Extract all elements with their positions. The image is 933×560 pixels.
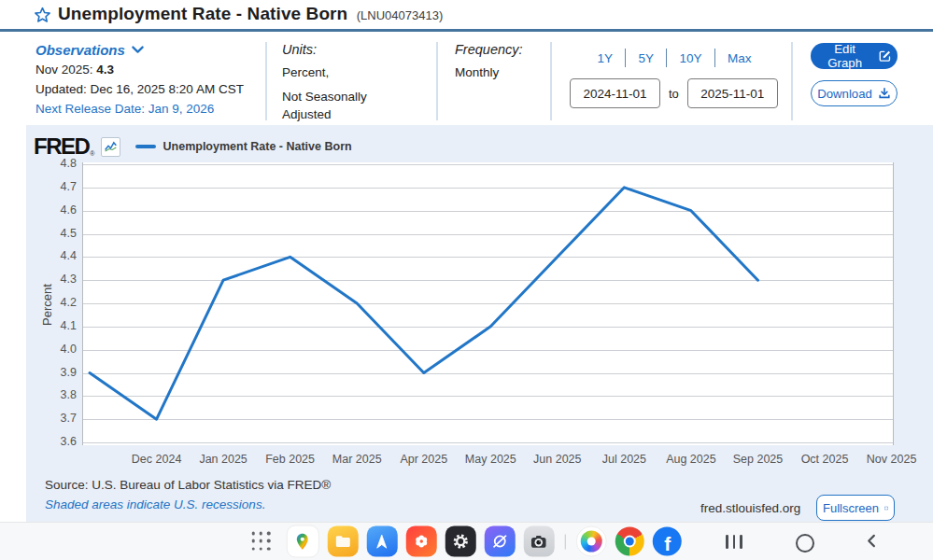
- google-maps-icon[interactable]: [286, 525, 318, 558]
- meta-bar: Observations Nov 2025: 4.3 Updated: Dec …: [0, 32, 933, 125]
- source-text: Source: U.S. Bureau of Labor Statistics …: [45, 478, 331, 492]
- fullscreen-icon: [884, 502, 888, 514]
- files-icon[interactable]: [327, 526, 358, 557]
- range-selector: 1Y 5Y 10Y Max: [575, 49, 773, 67]
- settings-icon[interactable]: [445, 526, 475, 557]
- edit-graph-button[interactable]: Edit Graph: [811, 43, 898, 69]
- chevron-down-icon: [132, 46, 144, 54]
- fullscreen-label: Fullscreen: [823, 501, 879, 515]
- y-tick-label: 4.5: [26, 227, 77, 240]
- y-tick-label: 3.8: [26, 388, 77, 401]
- registered-mark: ®: [90, 150, 94, 157]
- date-range: to: [570, 78, 778, 108]
- page-title: Unemployment Rate - Native Born: [58, 4, 347, 23]
- legend-line-swatch: [135, 145, 156, 148]
- gallery-icon[interactable]: [405, 526, 436, 557]
- x-tick-label: Nov 2025: [850, 453, 933, 466]
- taskbar: f: [0, 522, 933, 560]
- series-line: [82, 162, 893, 445]
- latest-observation: Nov 2025: 4.3: [35, 60, 244, 79]
- site-text: fred.stlouisfed.org: [700, 501, 800, 515]
- back-button[interactable]: [865, 534, 879, 552]
- range-1y[interactable]: 1Y: [595, 51, 615, 65]
- divider: [265, 42, 267, 120]
- download-button[interactable]: Download: [811, 80, 898, 106]
- range-separator: [714, 49, 716, 67]
- divider: [791, 42, 793, 120]
- internet-browser-icon[interactable]: [484, 526, 515, 557]
- range-separator: [625, 49, 627, 67]
- frequency-label: Frequency:: [455, 41, 523, 59]
- y-tick-label: 4.3: [26, 273, 77, 286]
- dock: f: [251, 525, 682, 558]
- fred-sparkline-icon: [101, 137, 120, 157]
- y-tick-label: 4.0: [26, 343, 77, 356]
- latest-period: Nov 2025:: [35, 63, 93, 77]
- y-tick-label: 4.6: [26, 203, 77, 217]
- chart-panel: FRED ® Unemployment Rate - Native Born P…: [26, 125, 933, 523]
- page-header: Unemployment Rate - Native Born (LNU0407…: [0, 0, 933, 32]
- date-to-input[interactable]: [687, 78, 778, 108]
- legend-label: Unemployment Rate - Native Born: [163, 140, 352, 153]
- download-label: Download: [817, 87, 872, 101]
- observations-dropdown[interactable]: Observations: [35, 40, 244, 60]
- range-10y[interactable]: 10Y: [677, 51, 703, 65]
- download-icon: [878, 87, 891, 100]
- units-line1: Percent,: [282, 63, 403, 81]
- apps-grid-button[interactable]: [251, 532, 271, 552]
- y-tick-label: 4.7: [26, 180, 77, 193]
- favorite-star-icon[interactable]: [34, 7, 51, 24]
- updated-text: Updated: Dec 16, 2025 8:20 AM CST: [35, 79, 244, 99]
- units-line2: Not Seasonally Adjusted: [282, 88, 403, 123]
- dock-divider: [564, 534, 566, 549]
- y-tick-label: 4.8: [26, 157, 77, 170]
- y-tick-label: 4.2: [26, 296, 77, 309]
- fred-logo: FRED: [34, 133, 89, 160]
- frequency-value: Monthly: [455, 63, 523, 81]
- title-row: Unemployment Rate - Native Born (LNU0407…: [58, 4, 443, 24]
- observations-label: Observations: [35, 40, 125, 60]
- chrome-icon[interactable]: [615, 527, 644, 556]
- date-from-input[interactable]: [570, 78, 660, 108]
- range-separator: [666, 49, 668, 67]
- y-tick-label: 3.9: [26, 366, 77, 379]
- next-release-link[interactable]: Next Release Date: Jan 9, 2026: [35, 99, 244, 119]
- edit-icon: [879, 49, 892, 63]
- fullscreen-button[interactable]: Fullscreen: [816, 495, 895, 521]
- units-label: Units:: [282, 41, 403, 59]
- y-tick-label: 3.6: [26, 435, 77, 448]
- y-tick-label: 4.1: [26, 319, 77, 332]
- frequency-block: Frequency: Monthly: [455, 41, 523, 81]
- y-tick-label: 4.4: [26, 249, 77, 262]
- observations-block: Observations Nov 2025: 4.3 Updated: Dec …: [35, 40, 244, 119]
- y-tick-label: 3.7: [26, 412, 77, 425]
- to-label: to: [669, 87, 679, 101]
- copilot-icon[interactable]: [576, 526, 607, 557]
- recession-note-link[interactable]: Shaded areas indicate U.S. recessions.: [45, 497, 265, 511]
- recents-button[interactable]: [726, 535, 742, 549]
- edit-graph-label: Edit Graph: [816, 42, 873, 70]
- quick-share-icon[interactable]: [366, 526, 397, 557]
- plot-right-border: [893, 162, 894, 445]
- latest-value: 4.3: [96, 63, 114, 77]
- divider: [550, 42, 552, 120]
- range-max[interactable]: Max: [726, 51, 754, 65]
- legend-row: FRED ® Unemployment Rate - Native Born: [34, 133, 352, 160]
- facebook-icon[interactable]: f: [653, 527, 682, 556]
- home-button[interactable]: [796, 534, 814, 553]
- divider: [436, 42, 438, 120]
- units-block: Units: Percent, Not Seasonally Adjusted: [282, 41, 403, 123]
- range-5y[interactable]: 5Y: [636, 51, 656, 65]
- camera-icon[interactable]: [523, 526, 554, 557]
- series-id: (LNU04073413): [357, 8, 444, 22]
- facebook-letter: f: [664, 534, 671, 553]
